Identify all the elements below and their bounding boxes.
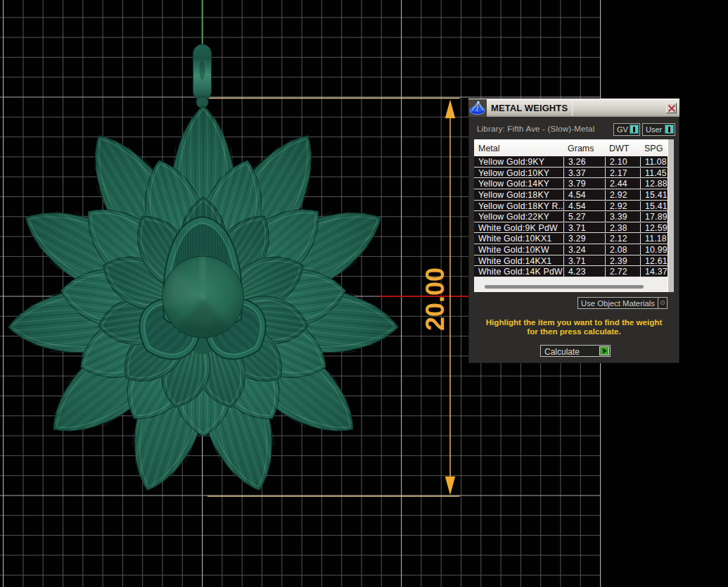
svg-text:20.00: 20.00 [421, 267, 449, 331]
